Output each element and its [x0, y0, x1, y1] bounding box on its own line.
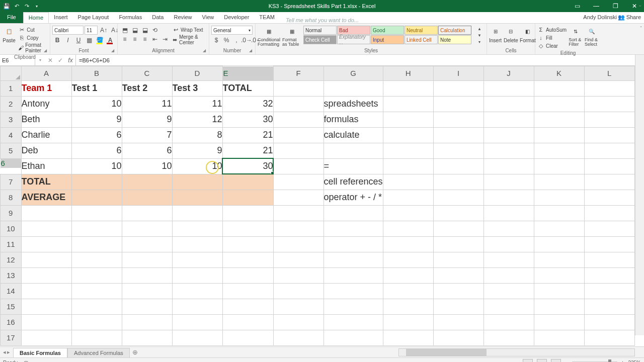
cell-B4[interactable]: 6	[71, 127, 122, 143]
cell-E15[interactable]	[222, 299, 273, 314]
cell-D13[interactable]	[172, 267, 222, 283]
cell-K1[interactable]	[534, 80, 584, 96]
cell-C11[interactable]	[122, 236, 172, 252]
cell-A15[interactable]	[21, 299, 71, 314]
cell-G7[interactable]: cell references	[324, 174, 383, 190]
cell-J10[interactable]	[484, 221, 534, 236]
cell-K2[interactable]	[534, 96, 584, 112]
cell-H3[interactable]	[383, 112, 433, 127]
cell-E13[interactable]	[222, 267, 273, 283]
cell-G15[interactable]	[324, 299, 383, 314]
comma-button[interactable]: ,	[231, 36, 242, 45]
cell-H16[interactable]	[383, 314, 433, 330]
bold-button[interactable]: B	[52, 36, 62, 45]
format-cells-button[interactable]: ◧Format	[520, 26, 535, 43]
cell-I10[interactable]	[433, 221, 484, 236]
save-icon[interactable]: 💾	[3, 3, 10, 10]
cell-L17[interactable]	[584, 330, 634, 345]
cell-D5[interactable]: 9	[172, 143, 222, 158]
wrap-text-button[interactable]: ↩Wrap Text	[172, 26, 207, 34]
number-format-select[interactable]: General▾	[211, 26, 253, 35]
vertical-scrollbar[interactable]	[635, 55, 644, 335]
cell-L9[interactable]	[584, 205, 634, 221]
fill-button[interactable]: ↓Fill	[537, 34, 567, 42]
cell-C17[interactable]	[122, 330, 172, 345]
cell-F2[interactable]	[273, 96, 324, 112]
cell-G4[interactable]: calculate	[324, 127, 383, 143]
ribbon-options-icon[interactable]: ▭	[568, 0, 587, 12]
cell-F6[interactable]	[273, 158, 324, 174]
increase-indent-button[interactable]: ⇥	[160, 35, 170, 44]
row-header-4[interactable]: 4	[1, 127, 22, 143]
cell-B17[interactable]	[71, 330, 122, 345]
cell-D6[interactable]: 10	[172, 158, 222, 174]
cell-A2[interactable]: Antony	[21, 96, 71, 112]
cell-B1[interactable]: Test 1	[71, 80, 122, 96]
paste-button[interactable]: 📋 Paste	[2, 26, 16, 43]
cell-L12[interactable]	[584, 252, 634, 267]
cell-K15[interactable]	[534, 299, 584, 314]
view-normal-button[interactable]	[523, 359, 533, 362]
alignment-launcher[interactable]: ◢	[203, 48, 208, 53]
cell-F5[interactable]	[273, 143, 324, 158]
cell-A6[interactable]: Ethan	[21, 158, 71, 174]
cell-G9[interactable]	[324, 205, 383, 221]
col-header-H[interactable]: H	[383, 66, 433, 81]
cell-K6[interactable]	[534, 158, 584, 174]
merge-center-button[interactable]: ⬌Merge & Center	[172, 34, 207, 46]
fx-button[interactable]: fx	[65, 57, 75, 64]
cell-E8[interactable]	[222, 190, 273, 205]
cell-E4[interactable]: 21	[222, 127, 273, 143]
cell-I8[interactable]	[433, 190, 484, 205]
cell-E10[interactable]	[222, 221, 273, 236]
cell-J12[interactable]	[484, 252, 534, 267]
cell-D12[interactable]	[172, 252, 222, 267]
cell-C5[interactable]: 6	[122, 143, 172, 158]
cell-A11[interactable]	[21, 236, 71, 252]
cell-C2[interactable]: 11	[122, 96, 172, 112]
cell-J8[interactable]	[484, 190, 534, 205]
cell-C13[interactable]	[122, 267, 172, 283]
style-input[interactable]: Input	[371, 35, 404, 44]
cell-G8[interactable]: operator + - / *	[324, 190, 383, 205]
cell-I7[interactable]	[433, 174, 484, 190]
cell-I1[interactable]	[433, 80, 484, 96]
cell-A13[interactable]	[21, 267, 71, 283]
row-header-17[interactable]: 17	[1, 330, 22, 345]
cell-E14[interactable]	[222, 283, 273, 299]
cell-A16[interactable]	[21, 314, 71, 330]
insert-cells-button[interactable]: ⊞Insert	[489, 26, 502, 43]
horizontal-scrollbar[interactable]	[398, 348, 635, 356]
collapse-ribbon-button[interactable]: ˆ	[640, 26, 642, 32]
user-name[interactable]: Andy Dolinski	[583, 14, 617, 20]
number-launcher[interactable]: ◢	[249, 48, 254, 53]
zoom-in-button[interactable]: +	[621, 360, 624, 363]
cell-K9[interactable]	[534, 205, 584, 221]
cell-I9[interactable]	[433, 205, 484, 221]
cell-K17[interactable]	[534, 330, 584, 345]
col-header-F[interactable]: F	[273, 66, 324, 81]
cell-L3[interactable]	[584, 112, 634, 127]
cell-L4[interactable]	[584, 127, 634, 143]
cell-B13[interactable]	[71, 267, 122, 283]
row-header-6[interactable]: 6	[1, 159, 21, 168]
row-header-8[interactable]: 8	[1, 190, 22, 205]
cell-I16[interactable]	[433, 314, 484, 330]
cell-I14[interactable]	[433, 283, 484, 299]
cell-H17[interactable]	[383, 330, 433, 345]
minimize-button[interactable]: —	[587, 0, 606, 12]
cell-D1[interactable]: Test 3	[172, 80, 222, 96]
cell-B11[interactable]	[71, 236, 122, 252]
cell-A12[interactable]	[21, 252, 71, 267]
row-header-1[interactable]: 1	[1, 80, 22, 96]
cell-L8[interactable]	[584, 190, 634, 205]
styles-scroll-down[interactable]: ▼	[474, 32, 485, 38]
cell-D8[interactable]	[172, 190, 222, 205]
cell-J9[interactable]	[484, 205, 534, 221]
cell-C8[interactable]	[122, 190, 172, 205]
clipboard-launcher[interactable]: ◢	[44, 48, 49, 53]
cell-D15[interactable]	[172, 299, 222, 314]
tab-developer[interactable]: Developer	[219, 12, 254, 23]
cell-K14[interactable]	[534, 283, 584, 299]
style-good[interactable]: Good	[371, 26, 404, 35]
